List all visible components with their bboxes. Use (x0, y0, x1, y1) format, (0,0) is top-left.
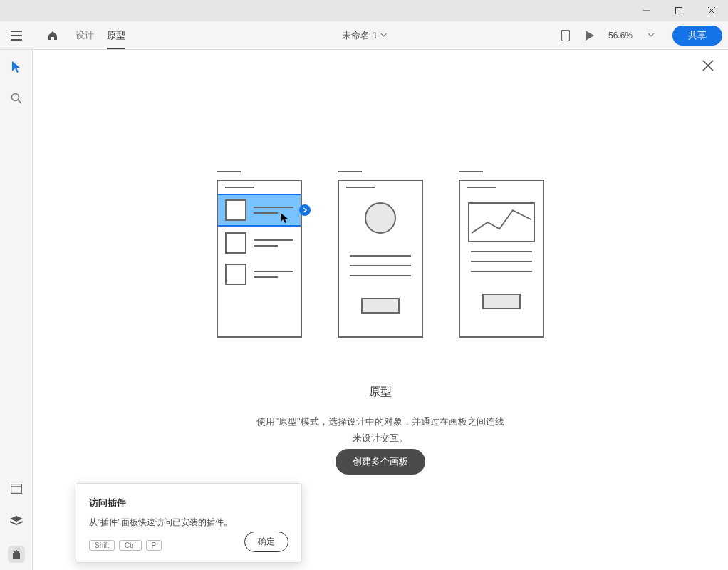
illus-artboard-frame (459, 180, 544, 338)
workspace: 原型 使用"原型"模式，选择设计中的对象，并通过在画板之间连线 来设计交互。 创… (0, 50, 728, 570)
illus-artboard-frame (217, 180, 302, 338)
svg-point-8 (11, 94, 19, 101)
illus-text-line (471, 261, 532, 262)
illus-selected-row (218, 194, 301, 227)
document-title-text: 未命名-1 (342, 29, 378, 42)
illus-thumb-icon (225, 264, 246, 285)
illus-text-line (350, 265, 411, 266)
empty-state-description: 使用"原型"模式，选择设计中的对象，并通过在画板之间连线 来设计交互。 (256, 413, 504, 447)
menu-button[interactable] (6, 25, 27, 46)
illus-artboard-2 (338, 171, 423, 338)
svg-rect-1 (676, 8, 682, 14)
illus-text-line (471, 251, 532, 252)
window-minimize-button[interactable] (630, 0, 662, 21)
top-toolbar: 设计 原型 未命名-1 56.6% 共享 (0, 21, 728, 50)
illus-text-line (350, 255, 411, 256)
illus-artboard-1 (217, 171, 302, 338)
play-button[interactable] (584, 30, 596, 41)
zoom-dropdown[interactable]: 56.6% (608, 31, 660, 41)
plugins-button[interactable] (8, 546, 25, 563)
libraries-button[interactable] (8, 480, 25, 497)
tip-popup: 访问插件 从"插件"面板快速访问已安装的插件。 Shift Ctrl P 确定 (76, 483, 302, 563)
tab-prototype[interactable]: 原型 (107, 21, 125, 49)
illus-button-shape (361, 298, 400, 314)
prototype-illustration (217, 171, 544, 338)
window-maximize-button[interactable] (662, 0, 695, 21)
illus-button-shape (482, 294, 521, 309)
empty-state-title: 原型 (369, 385, 392, 400)
tip-body: 从"插件"面板快速访问已安装的插件。 (89, 517, 288, 529)
illus-header-line (225, 187, 254, 188)
canvas-area[interactable]: 原型 使用"原型"模式，选择设计中的对象，并通过在画板之间连线 来设计交互。 创… (33, 50, 728, 570)
home-button[interactable] (38, 25, 67, 46)
illus-list-row (225, 264, 293, 285)
illus-header-line (467, 187, 496, 188)
tab-design[interactable]: 设计 (76, 21, 94, 49)
illus-artboard-frame (338, 180, 423, 338)
layers-button[interactable] (8, 513, 25, 530)
share-button[interactable]: 共享 (672, 26, 722, 46)
zoom-value: 56.6% (608, 31, 633, 41)
svg-rect-10 (11, 484, 21, 494)
prototype-wire-handle-icon (299, 204, 311, 216)
illus-thumb-icon (225, 232, 246, 254)
key-ctrl: Ctrl (119, 540, 142, 551)
cursor-icon (280, 213, 288, 223)
illus-thumb-icon (225, 200, 246, 221)
left-toolbar (0, 50, 33, 570)
mode-tabs: 设计 原型 (76, 21, 125, 49)
illus-circle-icon (365, 202, 396, 234)
svg-line-9 (18, 100, 21, 104)
tip-ok-button[interactable]: 确定 (244, 532, 288, 552)
select-tool[interactable] (9, 60, 24, 74)
illus-artboard-title-line (338, 171, 362, 172)
close-panel-button[interactable] (702, 60, 715, 73)
toolbar-right: 56.6% 共享 (560, 26, 722, 46)
search-tool[interactable] (9, 91, 24, 105)
illus-list-row (225, 232, 293, 254)
create-artboards-button[interactable]: 创建多个画板 (336, 449, 425, 475)
key-shift: Shift (89, 540, 115, 551)
device-preview-button[interactable] (560, 30, 571, 41)
illus-chart-icon (468, 202, 535, 242)
document-title-dropdown[interactable]: 未命名-1 (342, 29, 387, 42)
illus-artboard-3 (459, 171, 544, 338)
chevron-down-icon (648, 33, 654, 37)
svg-rect-7 (562, 30, 570, 41)
chevron-down-icon (380, 33, 386, 37)
illus-header-line (346, 187, 375, 188)
illus-artboard-title-line (459, 171, 483, 172)
tip-title: 访问插件 (89, 497, 288, 509)
window-titlebar (0, 0, 728, 21)
left-toolbar-bottom (8, 480, 25, 563)
illus-text-line (350, 275, 411, 276)
key-p: P (146, 540, 162, 551)
window-close-button[interactable] (695, 0, 728, 21)
illus-text-line (471, 271, 532, 272)
illus-artboard-title-line (217, 171, 241, 172)
